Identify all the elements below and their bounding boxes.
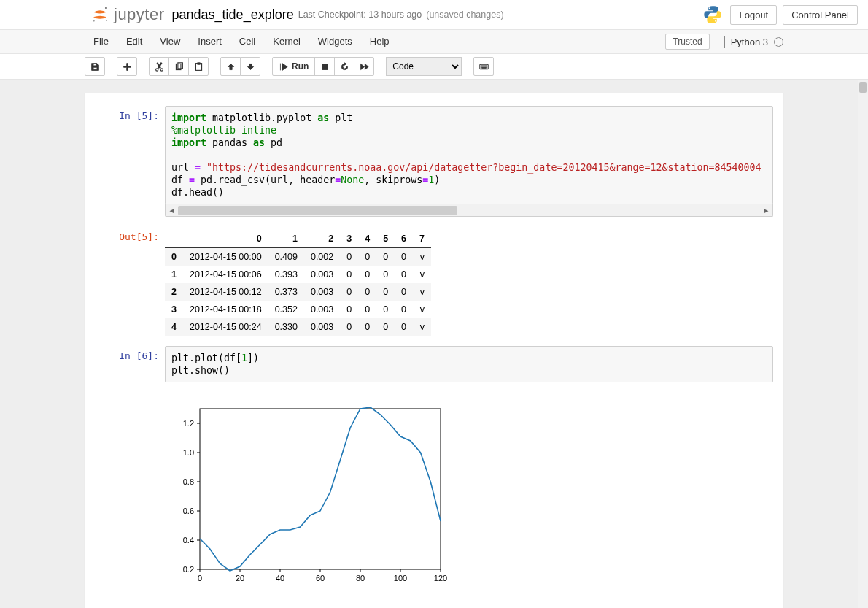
save-button[interactable] (85, 57, 105, 76)
svg-text:0.6: 0.6 (183, 507, 194, 515)
cell: 0 (340, 266, 358, 283)
row-index: 0 (165, 248, 183, 266)
table-row: 22012-04-15 00:120.3730.0030000v (165, 283, 431, 301)
col-header: 2 (304, 230, 340, 248)
row-index: 4 (165, 318, 183, 336)
run-button[interactable]: Run (272, 57, 315, 76)
cut-button[interactable] (149, 57, 169, 76)
cell: v (413, 318, 431, 336)
cell: 2012-04-15 00:06 (183, 266, 268, 283)
svg-text:1.0: 1.0 (183, 448, 194, 457)
trusted-indicator[interactable]: Trusted (665, 34, 709, 50)
move-down-button[interactable] (240, 57, 260, 76)
jupyter-icon (90, 5, 109, 24)
code-cell[interactable]: In [6]: plt.plot(df[1]) plt.show() (95, 346, 773, 382)
run-icon (279, 62, 288, 72)
cell: 2012-04-15 00:00 (183, 248, 268, 266)
menu-cell[interactable]: Cell (230, 30, 264, 53)
cell: 0 (340, 318, 358, 336)
cell: 2012-04-15 00:18 (183, 301, 268, 318)
svg-text:40: 40 (276, 574, 284, 582)
in-prompt: In [6]: (95, 346, 165, 382)
cell: 0 (358, 248, 376, 266)
restart-icon (340, 62, 349, 72)
svg-rect-15 (485, 65, 486, 66)
copy-button[interactable] (168, 57, 189, 76)
page-scrollbar[interactable] (858, 80, 868, 608)
svg-point-4 (709, 7, 710, 9)
code-input[interactable]: plt.plot(df[1]) plt.show() (165, 346, 773, 382)
svg-text:20: 20 (236, 574, 244, 582)
notebook-title[interactable]: pandas_tide_explore (172, 7, 294, 23)
logout-button[interactable]: Logout (730, 5, 777, 25)
col-header: 4 (358, 230, 376, 248)
keyboard-icon (479, 62, 489, 72)
checkpoint-text: Last Checkpoint: 13 hours ago (298, 9, 422, 20)
jupyter-logo[interactable]: jupyter (90, 5, 165, 24)
svg-rect-10 (322, 64, 328, 69)
col-header: 1 (268, 230, 304, 248)
plus-icon (123, 62, 132, 72)
cell: 0 (358, 283, 376, 301)
control-panel-button[interactable]: Control Panel (783, 5, 858, 25)
cell: 0.393 (268, 266, 304, 283)
paste-button[interactable] (188, 57, 209, 76)
col-header: 7 (413, 230, 431, 248)
run-all-button[interactable] (354, 57, 374, 76)
svg-point-3 (106, 20, 107, 21)
move-up-button[interactable] (220, 57, 241, 76)
fast-forward-icon (360, 62, 369, 72)
scroll-thumb[interactable] (178, 206, 457, 215)
output-cell: Out[5]: 0123456702012-04-15 00:000.4090.… (95, 227, 773, 336)
menu-kernel[interactable]: Kernel (264, 30, 309, 53)
svg-text:80: 80 (356, 574, 365, 582)
table-row: 02012-04-15 00:000.4090.0020000v (165, 248, 431, 266)
cell-type-select[interactable]: Code (386, 57, 462, 76)
svg-rect-12 (481, 65, 481, 66)
svg-text:0: 0 (198, 574, 202, 582)
add-cell-button[interactable] (117, 57, 137, 76)
page-scroll-thumb[interactable] (859, 82, 867, 93)
svg-point-0 (93, 7, 108, 23)
arrow-up-icon (226, 62, 236, 72)
cell: 0.003 (304, 318, 340, 336)
menu-insert[interactable]: Insert (189, 30, 230, 53)
kernel-name: Python 3 (731, 36, 768, 47)
svg-rect-14 (484, 65, 484, 66)
menu-file[interactable]: File (85, 30, 117, 53)
out-prompt: Out[5]: (95, 227, 165, 336)
cell: 0 (358, 301, 376, 318)
scroll-right-arrow[interactable]: ► (760, 205, 772, 216)
cell: 0 (358, 266, 376, 283)
cell: 0 (395, 283, 413, 301)
svg-text:120: 120 (434, 574, 447, 582)
cell: 0.352 (268, 301, 304, 318)
notebook-area: In [5]: import matplotlib.pyplot as plt … (0, 80, 868, 608)
cell: 0.002 (304, 248, 340, 266)
scroll-left-arrow[interactable]: ◄ (166, 205, 178, 216)
menubar: File Edit View Insert Cell Kernel Widget… (0, 30, 868, 54)
row-index: 1 (165, 266, 183, 283)
menu-help[interactable]: Help (361, 30, 398, 53)
python-icon (702, 4, 723, 25)
code-cell[interactable]: In [5]: import matplotlib.pyplot as plt … (95, 106, 773, 217)
code-input[interactable]: import matplotlib.pyplot as plt %matplot… (165, 106, 773, 204)
svg-text:0.4: 0.4 (183, 536, 194, 544)
cell: 0.373 (268, 283, 304, 301)
svg-point-1 (105, 7, 107, 9)
table-row: 32012-04-15 00:180.3520.0030000v (165, 301, 431, 318)
command-palette-button[interactable] (473, 57, 494, 76)
menu-view[interactable]: View (151, 30, 189, 53)
kernel-indicator: Python 3 (724, 36, 783, 48)
interrupt-button[interactable] (314, 57, 335, 76)
menu-edit[interactable]: Edit (117, 30, 151, 53)
restart-button[interactable] (334, 57, 354, 76)
output-cell: 0.20.40.60.81.01.2020406080100120 (95, 393, 773, 592)
menu-widgets[interactable]: Widgets (309, 30, 361, 53)
arrow-down-icon (246, 62, 255, 72)
cell: v (413, 266, 431, 283)
svg-text:0.2: 0.2 (183, 565, 194, 574)
cell: 0 (340, 301, 358, 318)
horizontal-scrollbar[interactable]: ◄ ► (165, 204, 773, 217)
cell: 0 (376, 248, 395, 266)
